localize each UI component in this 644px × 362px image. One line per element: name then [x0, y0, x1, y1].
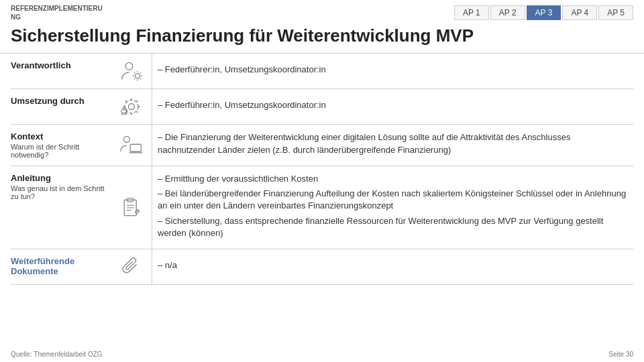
section-row-0: Verantwortlich – Federführer:in, Umsetzu…	[11, 54, 633, 89]
svg-point-0	[125, 62, 133, 70]
nav-tab-ap5[interactable]: AP 5	[598, 5, 633, 20]
section-row-1: Umsetzung durch – Federführer:in, Umsetz…	[11, 89, 633, 125]
section-row-2: KontextWarum ist der Schritt notwendig? …	[11, 125, 633, 166]
content-area: Verantwortlich – Federführer:in, Umsetzu…	[0, 54, 644, 285]
section-label-4: Weiterführende Dokumente	[11, 249, 111, 284]
footer: Quelle: Themenfeldarbeit OZG Seite 30	[11, 351, 633, 358]
nav-tabs: AP 1AP 2AP 3AP 4AP 5	[454, 5, 633, 20]
svg-point-14	[123, 136, 129, 142]
section-icon-clipboard-edit	[111, 166, 152, 249]
svg-point-1	[135, 74, 140, 78]
nav-tab-ap4[interactable]: AP 4	[562, 5, 597, 20]
section-content-0: – Federführer:in, Umsetzungskoordinator:…	[152, 54, 633, 88]
section-content-1: – Federführer:in, Umsetzungskoordinator:…	[152, 89, 633, 124]
section-label-3: AnleitungWas genau ist in dem Schritt zu…	[11, 166, 111, 249]
nav-tab-ap3[interactable]: AP 3	[527, 5, 561, 20]
section-icon-person-laptop	[111, 125, 152, 166]
section-label-0: Verantwortlich	[11, 54, 111, 88]
section-content-3: Ermittlung der voraussichtlichen KostenB…	[152, 166, 633, 249]
footer-page: Seite 30	[608, 351, 633, 358]
nav-tab-ap2[interactable]: AP 2	[490, 5, 525, 20]
section-icon-gear	[111, 89, 152, 124]
svg-line-8	[134, 78, 135, 79]
page-title: Sicherstellung Finanzierung für Weiteren…	[0, 21, 644, 54]
brand-label: REFERENZIMPLEMENTIERU NG	[11, 4, 103, 21]
section-icon-person-gear	[111, 54, 152, 88]
section-content-2: – Die Finanzierung der Weiterentwicklung…	[152, 125, 633, 166]
section-label-2: KontextWarum ist der Schritt notwendig?	[11, 125, 111, 166]
nav-tab-ap1[interactable]: AP 1	[454, 5, 489, 20]
svg-line-9	[140, 72, 141, 73]
svg-point-13	[123, 108, 125, 111]
footer-source: Quelle: Themenfeldarbeit OZG	[11, 351, 103, 358]
section-content-4: – n/a	[152, 249, 633, 284]
section-row-3: AnleitungWas genau ist in dem Schritt zu…	[11, 166, 633, 249]
svg-line-6	[134, 72, 135, 73]
svg-line-7	[140, 78, 141, 79]
header: REFERENZIMPLEMENTIERU NG AP 1AP 2AP 3AP …	[0, 0, 644, 21]
section-row-4: Weiterführende Dokumente – n/a	[11, 249, 633, 285]
svg-point-10	[129, 104, 135, 110]
section-icon-paperclip	[111, 249, 152, 284]
svg-rect-15	[130, 144, 141, 152]
section-label-1: Umsetzung durch	[11, 89, 111, 124]
